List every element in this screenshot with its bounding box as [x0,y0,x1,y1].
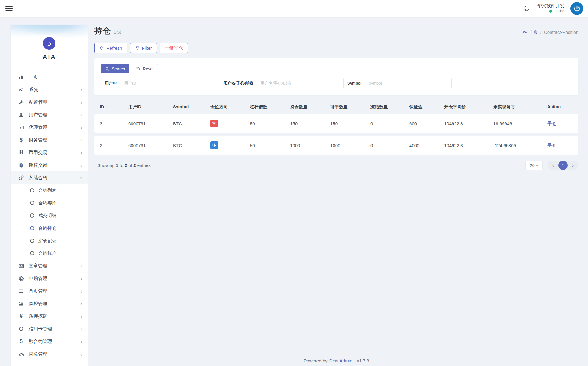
cell-frozen: 0 [370,143,409,148]
chevron-left-icon: ‹ [80,326,82,332]
filter-group-symbol: Symbol [343,78,452,88]
sidebar-subitem-contract-list[interactable]: 合约列表 [11,184,88,197]
motorcycle-icon [18,351,25,357]
online-dot-icon [549,10,552,13]
bars-icon [18,288,25,294]
current-page-button[interactable]: 1 [558,161,568,170]
chevron-left-icon: ‹ [80,112,82,118]
chevron-left-icon: ‹ [80,263,82,269]
sidebar-item-perpetual[interactable]: 永续合约 ‹ [11,171,88,184]
sidebar-toggle-icon[interactable] [5,6,13,11]
cell-amount: 150 [290,121,330,126]
letter-b-icon: B [18,150,25,155]
footer-version: v1.7.8 [357,358,369,363]
chart-bar-icon [18,74,25,80]
column-header-id[interactable]: ID↑ [100,104,128,109]
search-icon [105,67,109,71]
sidebar-item-articles[interactable]: 文章管理 ‹ [11,260,88,272]
close-position-link[interactable]: 平仓 [547,121,556,126]
search-button[interactable]: Search [101,64,129,73]
sidebar-item-finance[interactable]: $ 财务管理 ‹ [11,134,88,146]
sidebar-subitem-contract-positions[interactable]: 合约持仓 [11,222,88,234]
sidebar-item-flash-swap[interactable]: 闪兑管理 ‹ [11,348,88,360]
chevron-down-icon: › [536,165,540,166]
chevron-left-icon: ‹ [80,125,82,130]
filter-group-user-id: 用户ID [101,78,212,88]
cell-margin: 600 [409,121,444,126]
cell-amount: 1000 [290,143,330,148]
brand-logo[interactable] [43,37,55,50]
next-page-button[interactable]: › [569,162,577,169]
column-header-direction: 仓位方向 [210,104,250,110]
filter-button[interactable]: Filter [130,43,157,53]
username-input[interactable] [257,78,331,88]
table-row: 2 6000791 BTC 多 50 1000 1000 0 4000 1049… [94,136,578,155]
column-header-margin: 保证金 [409,104,444,110]
sidebar-subitem-contract-accounts[interactable]: 合约账户 [11,247,88,260]
prev-page-button[interactable]: ‹ [549,162,557,169]
symbol-input[interactable] [365,78,451,88]
avatar[interactable] [570,2,583,15]
life-ring-icon [18,276,25,281]
yen-icon: ¥ [18,314,25,319]
cell-avg-price: 104922.8 [444,143,493,148]
username-label: 用户名/手机/邮箱 [220,78,257,88]
sidebar-item-home[interactable]: 主页 [11,71,88,83]
sidebar-item-spot-trade[interactable]: B 币币交易 ‹ [11,146,88,159]
breadcrumb-home-link[interactable]: 主页 [522,29,538,35]
user-name: 华兴软件开发 [537,3,564,9]
id-card-icon [18,125,25,130]
brand-name: ATA [11,53,88,60]
sidebar-item-homepage[interactable]: 首页管理 ‹ [11,285,88,297]
reset-button[interactable]: Reset [132,64,158,73]
cell-pnl: 18.69946 [493,121,547,126]
sidebar-item-options-trade[interactable]: ฿ 期权交易 ‹ [11,159,88,171]
sidebar-item-subscription[interactable]: 申购管理 ‹ [11,272,88,285]
cell-user-id: 6000791 [128,121,173,126]
top-navbar: 华兴软件开发 Online [0,0,588,17]
close-position-link[interactable]: 平仓 [547,143,556,148]
sidebar-subitem-liquidation-records[interactable]: 穿仓记录 [11,234,88,247]
sidebar-item-system[interactable]: 系统 ‹ [11,83,88,96]
filter-panel: Search Reset 用户ID 用户名/手机/邮箱 Symbol [94,58,578,95]
dcat-admin-link[interactable]: Dcat Admin [329,358,352,363]
dark-mode-toggle[interactable] [521,4,531,14]
swirl-logo-icon [45,40,53,47]
chevron-left-icon: ‹ [80,150,82,155]
power-icon [573,5,581,13]
cell-id: 2 [100,143,128,148]
sidebar-item-agents[interactable]: 代理管理 ‹ [11,121,88,134]
pagination: ‹ 1 › [548,161,578,170]
sidebar-item-second-contract[interactable]: 5 秒合约管理 ‹ [11,335,88,348]
sidebar-item-risk-control[interactable]: 风控管理 ‹ [11,297,88,310]
chevron-left-icon: ‹ [80,289,82,294]
cell-closable: 150 [330,121,370,126]
sidebar-item-users[interactable]: 用户管理 ‹ [11,109,88,121]
page-title: 持仓 [94,26,111,35]
page-title-block: 持仓List [94,25,121,36]
cell-closable: 1000 [330,143,370,148]
online-status: Online [554,9,564,14]
refresh-button[interactable]: Refresh [94,43,127,53]
sidebar-item-credit-card[interactable]: 信用卡管理 ‹ [11,323,88,335]
table-row: 3 6000791 BTC 空 50 150 150 0 600 104922.… [94,114,578,133]
per-page-select[interactable]: 20 › [525,161,543,170]
sidebar-item-staking[interactable]: ¥ 质押挖矿 ‹ [11,310,88,323]
sidebar-subitem-trade-details[interactable]: 成交明细 [11,209,88,222]
direction-long-badge: 多 [210,141,218,149]
direction-short-badge: 空 [210,120,218,127]
entries-info: Showing 1 to 2 of 2 entries [97,163,151,168]
dashboard-icon [522,30,527,35]
user-menu[interactable]: 华兴软件开发 Online [537,3,564,13]
sidebar-subitem-contract-orders[interactable]: 合约委托 [11,197,88,209]
user-id-input[interactable] [120,78,212,88]
column-header-frozen: 冻结数量 [370,104,409,110]
five-icon: 5 [18,339,25,344]
bitcoin-icon: ฿ [18,162,25,168]
cell-symbol: BTC [173,121,210,126]
toolbar: Refresh Filter 一键平仓 [94,43,578,53]
newspaper-icon [18,263,25,269]
sidebar-item-config[interactable]: 配置管理 ‹ [11,96,88,109]
close-all-positions-button[interactable]: 一键平仓 [160,43,188,53]
filter-group-username: 用户名/手机/邮箱 [220,78,331,88]
